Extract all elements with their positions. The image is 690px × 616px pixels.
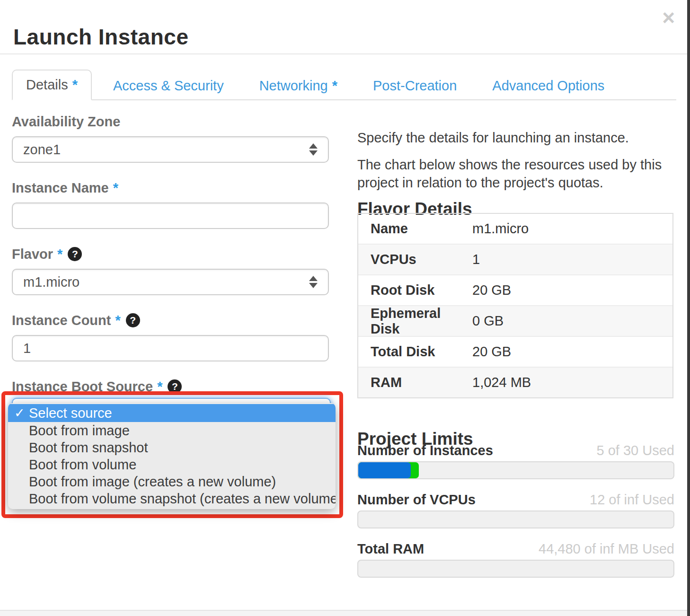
- page-right-edge: [687, 0, 690, 616]
- quota-row: Number of VCPUs 12 of inf Used: [357, 492, 674, 528]
- details-form: Availability Zone zone1 Instance Name * …: [12, 114, 329, 412]
- table-row: Total Disk 20 GB: [358, 337, 672, 368]
- table-row-label: Root Disk: [358, 282, 472, 298]
- instance-name-label: Instance Name: [12, 180, 109, 196]
- dropdown-option-label: Boot from image: [29, 423, 130, 438]
- table-row-value: 1: [472, 252, 672, 267]
- table-row-value: 20 GB: [472, 344, 672, 360]
- footer-band: [0, 611, 690, 616]
- table-row: Root Disk 20 GB: [358, 275, 672, 306]
- progress-used-segment: [358, 462, 411, 478]
- tab[interactable]: Access & Security *: [99, 70, 238, 100]
- tab-label: Post-Creation: [373, 78, 457, 94]
- dropdown-option[interactable]: ✓ Boot from volume: [8, 456, 336, 473]
- dropdown-option[interactable]: ✓ Boot from snapshot: [8, 439, 336, 456]
- table-row: Ephemeral Disk 0 GB: [358, 306, 672, 337]
- dropdown-option-label: Boot from volume: [29, 457, 136, 472]
- help-icon[interactable]: ?: [68, 247, 82, 261]
- tab[interactable]: Advanced Options *: [478, 70, 619, 100]
- required-asterisk: *: [115, 313, 120, 328]
- tab-label: Access & Security: [113, 78, 224, 94]
- availability-zone-value: zone1: [23, 142, 309, 158]
- tab-label: Advanced Options: [492, 78, 604, 94]
- availability-zone-label: Availability Zone: [12, 114, 120, 130]
- dropdown-option[interactable]: ✓ Select source: [8, 404, 336, 422]
- quota-label: Number of VCPUs: [357, 492, 476, 508]
- checkmark-icon: ✓: [14, 404, 25, 422]
- table-row-value: 1,024 MB: [472, 375, 672, 390]
- help-intro-2: The chart below shows the resources used…: [357, 156, 684, 192]
- table-row-label: Ephemeral Disk: [358, 306, 472, 337]
- table-row-label: VCPUs: [358, 252, 472, 267]
- dropdown-option-label: Select source: [29, 405, 112, 421]
- tab[interactable]: Networking *: [245, 70, 352, 100]
- tab[interactable]: Details *: [12, 70, 92, 100]
- instance-name-input[interactable]: [12, 202, 329, 229]
- quota-usage: 5 of 30 Used: [597, 443, 674, 458]
- boot-source-dropdown: ✓ Select source ✓ Boot from image ✓ Boot…: [8, 403, 336, 509]
- quota-label: Total RAM: [357, 541, 424, 557]
- dropdown-option[interactable]: ✓ Boot from volume snapshot (creates a n…: [8, 490, 336, 507]
- quota-usage: 44,480 of inf MB Used: [539, 541, 674, 557]
- annotation-red-box: ✓ Select source ✓ Boot from image ✓ Boot…: [1, 391, 343, 518]
- quota-row: Total RAM 44,480 of inf MB Used: [357, 541, 674, 578]
- flavor-select[interactable]: m1.micro: [12, 269, 329, 295]
- quota-label: Number of Instances: [357, 443, 493, 458]
- dropdown-option-label: Boot from snapshot: [29, 440, 148, 455]
- flavor-details-table: Name m1.micro VCPUs 1 Root Disk 20 GB Ep…: [357, 213, 673, 398]
- quota-progress-bar: [357, 510, 674, 528]
- flavor-value: m1.micro: [23, 274, 309, 290]
- project-limits: Number of Instances 5 of 30 Used Number …: [357, 443, 674, 590]
- instance-count-label: Instance Count: [12, 313, 111, 328]
- page-title: Launch Instance: [13, 24, 188, 50]
- dropdown-option-label: Boot from image (creates a new volume): [29, 474, 276, 489]
- required-asterisk: *: [113, 180, 118, 196]
- required-asterisk: *: [72, 77, 78, 93]
- help-intro-1: Specify the details for launching an ins…: [357, 129, 684, 147]
- tab-label: Details: [26, 77, 68, 93]
- field-instance-name: Instance Name *: [12, 180, 329, 229]
- required-asterisk: *: [332, 78, 337, 94]
- tab-label: Networking: [259, 78, 328, 94]
- required-asterisk: *: [57, 246, 62, 262]
- table-row: RAM 1,024 MB: [358, 368, 672, 397]
- table-row-value: 0 GB: [472, 313, 672, 329]
- quota-usage: 12 of inf Used: [590, 492, 674, 508]
- quota-row: Number of Instances 5 of 30 Used: [357, 443, 674, 479]
- field-flavor: Flavor * ? m1.micro: [12, 246, 329, 295]
- flavor-label: Flavor: [12, 246, 53, 262]
- close-icon[interactable]: ×: [662, 7, 675, 28]
- select-arrows-icon: [309, 143, 318, 156]
- table-row: VCPUs 1: [358, 245, 672, 275]
- table-row-label: RAM: [358, 375, 472, 390]
- tab-bar: Details * Access & Security * Networking…: [12, 70, 676, 100]
- table-row-value: 20 GB: [472, 282, 672, 298]
- select-arrows-icon: [309, 276, 318, 288]
- field-instance-count: Instance Count * ? 1: [12, 312, 329, 361]
- instance-count-value: 1: [23, 341, 318, 356]
- dropdown-option[interactable]: ✓ Boot from image: [8, 422, 336, 439]
- tab[interactable]: Post-Creation *: [359, 70, 471, 100]
- header-divider: [0, 53, 690, 54]
- table-row: Name m1.micro: [358, 214, 672, 245]
- dropdown-option-label: Boot from volume snapshot (creates a new…: [29, 491, 336, 506]
- instance-count-input[interactable]: 1: [12, 335, 329, 361]
- help-icon[interactable]: ?: [126, 313, 140, 327]
- table-row-label: Total Disk: [358, 344, 472, 360]
- dropdown-option[interactable]: ✓ Boot from image (creates a new volume): [8, 473, 336, 490]
- availability-zone-select[interactable]: zone1: [12, 136, 329, 163]
- field-availability-zone: Availability Zone zone1: [12, 114, 329, 163]
- table-row-value: m1.micro: [472, 221, 672, 237]
- table-row-label: Name: [358, 221, 472, 237]
- quota-progress-bar: [357, 560, 674, 578]
- quota-progress-bar: [357, 461, 674, 479]
